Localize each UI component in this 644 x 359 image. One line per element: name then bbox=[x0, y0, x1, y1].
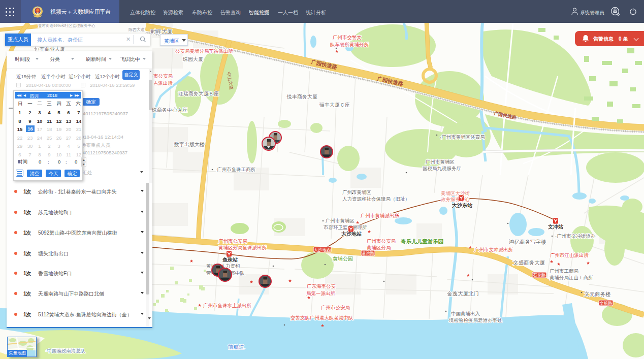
svg-text:·广州市文冲街道办: ·广州市文冲街道办 bbox=[555, 233, 596, 239]
svg-text:广州市公安局: 广州市公安局 bbox=[367, 238, 396, 244]
svg-text:前航道: 前航道 bbox=[228, 344, 244, 350]
svg-text:鱼珠站: 鱼珠站 bbox=[222, 257, 238, 263]
svg-text:政务服务中心: 政务服务中心 bbox=[441, 197, 470, 202]
svg-text:江瑞商务大厦Ｂ座: 江瑞商务大厦Ｂ座 bbox=[178, 91, 219, 96]
svg-text:文盛商务大厦: 文盛商务大厦 bbox=[513, 259, 545, 266]
svg-text:市容环卫监督管理所: 市容环卫监督管理所 bbox=[323, 224, 367, 230]
svg-text:国税局九税服务厅: 国税局九税服务厅 bbox=[423, 166, 461, 171]
svg-text:陈西大道: 陈西大道 bbox=[128, 27, 145, 32]
svg-text:队车管所黄埔分所: 队车管所黄埔分所 bbox=[330, 42, 369, 47]
svg-text:港湾路: 港湾路 bbox=[362, 251, 375, 256]
svg-text:黄埔区分局: 黄埔区分局 bbox=[367, 245, 391, 250]
svg-text:大沙东站: 大沙东站 bbox=[452, 203, 473, 208]
svg-text:市公安局: 市公安局 bbox=[153, 73, 173, 79]
svg-text:广州市工商局: 广州市工商局 bbox=[550, 268, 578, 274]
svg-text:局第一派出所: 局第一派出所 bbox=[306, 290, 336, 296]
svg-text:·中国渔政南海总队: ·中国渔政南海总队 bbox=[45, 348, 85, 353]
svg-text:黄埔分局江山工商所: 黄埔分局江山工商所 bbox=[550, 275, 593, 280]
svg-text:吉派出所: 吉派出所 bbox=[153, 80, 173, 86]
svg-text:珠园大厦: 珠园大厦 bbox=[182, 56, 203, 62]
svg-text:广州市公安局: 广州市公安局 bbox=[321, 305, 350, 310]
svg-text:大沙地站: 大沙地站 bbox=[341, 231, 362, 237]
svg-text:·广州市鱼珠工商所: ·广州市鱼珠工商所 bbox=[215, 167, 256, 172]
svg-text:鸿亿商务写字楼: 鸿亿商务写字楼 bbox=[509, 239, 546, 245]
svg-text:数字出版大楼: 数字出版大楼 bbox=[174, 142, 205, 147]
svg-text:文船路: 文船路 bbox=[599, 301, 613, 306]
svg-text:广州市黄埔区: 广州市黄埔区 bbox=[426, 159, 455, 165]
svg-text:广州市公安局: 广州市公安局 bbox=[218, 238, 247, 244]
svg-text:黄埔公园: 黄埔公园 bbox=[333, 256, 353, 262]
svg-text:广州市文冲派出所: 广州市文冲派出所 bbox=[474, 247, 513, 252]
svg-text:文冲站: 文冲站 bbox=[548, 224, 564, 230]
svg-text:广州市黄埔区: 广州市黄埔区 bbox=[342, 189, 371, 195]
svg-text:·广州市黄埔区体育局: ·广州市黄埔区体育局 bbox=[440, 134, 485, 140]
svg-text:黄村街道99%和社区监理服务中心: 黄村街道99%和社区监理服务中心 bbox=[38, 23, 95, 28]
svg-text:骊丰大厦Ｃ座: 骊丰大厦Ｃ座 bbox=[319, 102, 350, 108]
svg-text:广州市鱼珠水上派出所: 广州市鱼珠水上派出所 bbox=[203, 303, 252, 308]
svg-text:境检验检疫局老港办事处: 境检验检疫局老港办事处 bbox=[448, 317, 502, 323]
svg-text:广州市黄埔派出所: 广州市黄埔派出所 bbox=[361, 213, 400, 218]
svg-text:金逸大厦北门: 金逸大厦北门 bbox=[447, 290, 479, 297]
svg-text:奇乐儿儿童游乐园: 奇乐儿儿童游乐园 bbox=[400, 238, 443, 244]
svg-text:黄埔区大沙街: 黄埔区大沙街 bbox=[441, 190, 470, 196]
svg-text:公安局黄埔分局车站派出所: 公安局黄埔分局车站派出所 bbox=[175, 48, 234, 54]
svg-text:广州市江山派出所: 广州市江山派出所 bbox=[550, 252, 589, 258]
svg-text:交警支队广州港大队老港中队: 交警支队广州港大队老港中队 bbox=[291, 315, 353, 320]
svg-text:悦丰商务大厦: 悦丰商务大厦 bbox=[286, 94, 317, 100]
svg-text:石化路: 石化路 bbox=[533, 273, 546, 278]
svg-text:大沙地西: 大沙地西 bbox=[314, 247, 332, 252]
svg-text:珠商务中心Ａ座: 珠商务中心Ａ座 bbox=[151, 107, 187, 113]
svg-text:文元商务楼: 文元商务楼 bbox=[584, 291, 611, 297]
svg-text:中国黄埔出入: 中国黄埔出入 bbox=[451, 311, 480, 316]
svg-text:广州市黄埔区: 广州市黄埔区 bbox=[326, 218, 355, 223]
svg-text:广州市交警支: 广州市交警支 bbox=[333, 35, 362, 40]
svg-text:广东海事公安: 广东海事公安 bbox=[307, 283, 336, 289]
svg-text:人力资源和社会保障局（旧址）: 人力资源和社会保障局（旧址） bbox=[342, 196, 410, 202]
svg-text:黄埔区分局鱼珠派出所: 黄埔区分局鱼珠派出所 bbox=[218, 245, 267, 250]
